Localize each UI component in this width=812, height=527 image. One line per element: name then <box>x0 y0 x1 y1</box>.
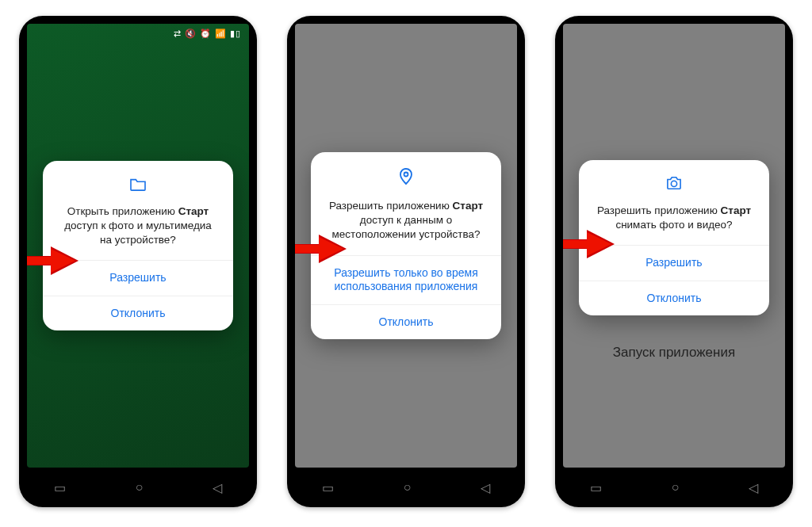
dialog-actions: Разрешить только во время использования … <box>311 255 501 340</box>
dialog-wrap: Разрешить приложению Старт доступ к данн… <box>295 152 517 339</box>
nav-home-icon[interactable]: ○ <box>136 480 144 495</box>
android-navbar: ▭ ○ ◁ <box>19 475 257 499</box>
status-bar: ⇄ 🔇 ⏰ 📶 ▮▯ <box>174 29 241 39</box>
allow-button[interactable]: Разрешить <box>43 261 233 296</box>
svg-point-13 <box>671 181 676 186</box>
dialog-message: Открыть приложению Старт доступ к фото и… <box>57 204 219 248</box>
dialog-message: Разрешить приложению Старт снимать фото … <box>593 204 755 232</box>
nav-home-icon[interactable]: ○ <box>404 480 412 495</box>
screen-1: ⇄ 🔇 ⏰ 📶 ▮▯ Открыть приложению Старт <box>27 24 249 468</box>
permission-dialog-location: Разрешить приложению Старт доступ к данн… <box>311 152 501 339</box>
msg-pre: Разрешить приложению <box>329 200 453 212</box>
nav-recent-icon[interactable]: ▭ <box>590 480 602 495</box>
msg-appname: Старт <box>453 200 484 212</box>
permission-dialog-storage: Открыть приложению Старт доступ к фото и… <box>43 161 233 331</box>
deny-button[interactable]: Отклонить <box>579 281 769 316</box>
phone-frame-3: Запуск приложения Разрешить <box>555 16 793 507</box>
dialog-actions: Разрешить Отклонить <box>579 245 769 315</box>
deny-button[interactable]: Отклонить <box>43 296 233 331</box>
android-navbar: ▭ ○ ◁ <box>555 475 793 499</box>
phone-frame-2: Разрешить приложению Старт доступ к данн… <box>287 16 525 507</box>
android-navbar: ▭ ○ ◁ <box>287 475 525 499</box>
nav-back-icon[interactable]: ◁ <box>213 480 222 495</box>
folder-icon <box>57 177 219 195</box>
dialog-actions: Разрешить Отклонить <box>43 260 233 330</box>
msg-post: снимать фото и видео? <box>615 219 732 231</box>
launch-app-text: Запуск приложения <box>563 345 785 361</box>
dialog-wrap: Разрешить приложению Старт снимать фото … <box>563 160 785 315</box>
allow-button[interactable]: Разрешить <box>579 246 769 281</box>
msg-pre: Открыть приложению <box>67 205 178 217</box>
screen-3: Запуск приложения Разрешить <box>563 24 785 468</box>
dialog-header: Разрешить приложению Старт снимать фото … <box>579 160 769 245</box>
allow-while-using-button[interactable]: Разрешить только во время использования … <box>311 256 501 304</box>
nav-recent-icon[interactable]: ▭ <box>54 480 66 495</box>
deny-button[interactable]: Отклонить <box>311 304 501 340</box>
dialog-message: Разрешить приложению Старт доступ к данн… <box>325 199 487 242</box>
dialog-header: Открыть приложению Старт доступ к фото и… <box>43 161 233 261</box>
screen-2: Разрешить приложению Старт доступ к данн… <box>295 24 517 468</box>
status-icons: ⇄ 🔇 ⏰ 📶 ▮▯ <box>174 29 241 39</box>
phone-frame-1: ⇄ 🔇 ⏰ 📶 ▮▯ Открыть приложению Старт <box>19 16 257 507</box>
svg-point-8 <box>404 172 408 176</box>
permission-dialog-camera: Разрешить приложению Старт снимать фото … <box>579 160 769 315</box>
dialog-header: Разрешить приложению Старт доступ к данн… <box>311 152 501 255</box>
nav-recent-icon[interactable]: ▭ <box>322 480 334 495</box>
msg-appname: Старт <box>178 205 209 217</box>
location-icon <box>325 168 487 189</box>
nav-home-icon[interactable]: ○ <box>672 480 680 495</box>
dialog-wrap: Открыть приложению Старт доступ к фото и… <box>27 161 249 331</box>
nav-back-icon[interactable]: ◁ <box>749 480 758 495</box>
msg-pre: Разрешить приложению <box>597 204 721 216</box>
msg-post: доступ к фото и мультимедиа на устройств… <box>64 220 212 246</box>
camera-icon <box>593 176 755 194</box>
msg-post: доступ к данным о местоположении устройс… <box>332 214 481 240</box>
nav-back-icon[interactable]: ◁ <box>481 480 490 495</box>
msg-appname: Старт <box>721 204 752 216</box>
